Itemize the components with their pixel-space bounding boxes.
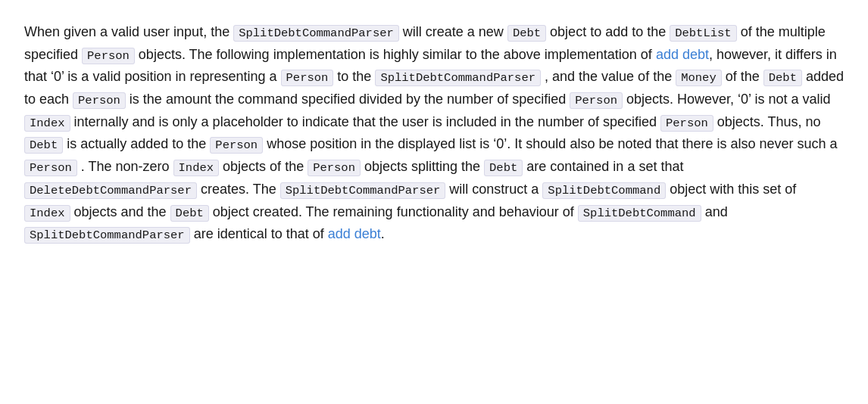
text-segment: objects. However, ‘0’ is not a valid (623, 92, 830, 107)
text-segment: When given a valid user input, the (24, 24, 233, 39)
text-segment: object created. The remaining functional… (209, 204, 578, 219)
code-Debt-5: Debt (170, 205, 209, 222)
text-segment: will create a new (399, 24, 507, 39)
link-add-debt-2[interactable]: add debt (328, 226, 381, 241)
code-Person-1: Person (82, 48, 135, 64)
text-segment: and (701, 204, 728, 219)
text-segment: whose position in the displayed list is … (263, 136, 837, 151)
code-Debt-2: Debt (763, 70, 802, 86)
text-segment: . (381, 226, 385, 241)
text-segment: of the (722, 69, 763, 84)
code-Person-4: Person (570, 92, 623, 109)
code-Debt-3: Debt (24, 137, 63, 154)
text-segment: to the (333, 69, 375, 84)
text-segment: is the amount the command specified divi… (126, 92, 570, 107)
link-add-debt-1[interactable]: add debt (656, 47, 709, 62)
text-segment: are contained in a set that (523, 159, 683, 174)
code-DebtList: DebtList (670, 25, 736, 42)
text-segment: object to add to the (546, 24, 670, 39)
code-Person-6: Person (210, 137, 263, 154)
code-DeleteDebtCommandParser: DeleteDebtCommandParser (24, 182, 197, 199)
text-segment: objects and the (70, 204, 170, 219)
code-Person-2: Person (281, 70, 334, 86)
text-segment: . The non-zero (77, 159, 173, 174)
code-Person-8: Person (308, 160, 361, 176)
main-paragraph: When given a valid user input, the Split… (24, 21, 844, 246)
code-SplitDebtCommandParser-3: SplitDebtCommandParser (280, 182, 446, 199)
code-Index-2: Index (173, 160, 220, 176)
text-segment: object with this set of (666, 182, 796, 197)
code-Debt-1: Debt (507, 25, 546, 42)
code-SplitDebtCommand-2: SplitDebtCommand (578, 205, 701, 222)
code-SplitDebtCommand-1: SplitDebtCommand (542, 182, 666, 199)
code-Index-3: Index (24, 205, 70, 222)
code-Money: Money (676, 70, 722, 86)
code-SplitDebtCommandParser-1: SplitDebtCommandParser (233, 25, 399, 42)
code-SplitDebtCommandParser-2: SplitDebtCommandParser (375, 70, 541, 86)
text-segment: is actually added to the (63, 136, 210, 151)
code-Index-1: Index (24, 115, 70, 132)
text-segment: objects splitting the (361, 159, 484, 174)
code-SplitDebtCommandParser-4: SplitDebtCommandParser (24, 227, 190, 244)
text-segment: , and the value of the (541, 69, 676, 84)
text-segment: objects of the (219, 159, 308, 174)
code-Person-3: Person (73, 92, 126, 109)
text-segment: objects. Thus, no (713, 114, 821, 129)
text-segment: internally and is only a placeholder to … (70, 114, 660, 129)
code-Person-7: Person (24, 160, 77, 176)
code-Person-5: Person (660, 115, 713, 132)
code-Debt-4: Debt (484, 160, 523, 176)
text-segment: will construct a (445, 182, 542, 197)
text-segment: objects. The following implementation is… (135, 47, 656, 62)
text-segment: creates. The (197, 182, 280, 197)
text-segment: are identical to that of (190, 226, 328, 241)
